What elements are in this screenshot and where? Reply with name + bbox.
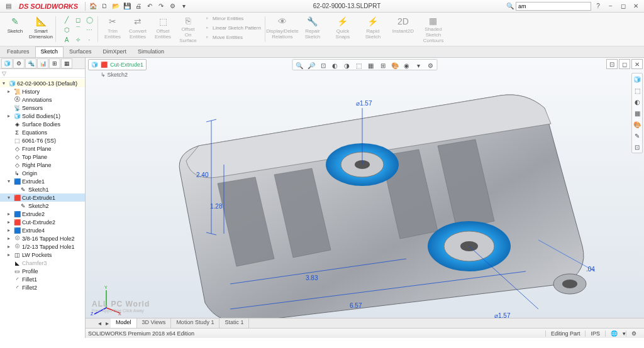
dropdown-icon[interactable]: ▾ (179, 2, 188, 11)
tree-item-fillet1[interactable]: ◜Fillet1 (0, 275, 85, 283)
draw-tool-2[interactable]: ◯ (84, 15, 94, 24)
view-tool-7[interactable]: ⊞ (377, 60, 389, 70)
close-icon[interactable]: ✕ (630, 2, 641, 11)
maximize-icon[interactable]: ◻ (618, 2, 629, 11)
ribbon-offset-button[interactable]: ⬚Offset Entities (150, 14, 175, 45)
draw-tool-5[interactable]: ⋯ (84, 25, 94, 34)
tree-tab-4[interactable]: ⊞ (49, 58, 60, 68)
ribbon-rapid-button[interactable]: ⚡Rapid Sketch (358, 14, 388, 45)
breadcrumb-feature[interactable]: Cut-Extrude1 (110, 62, 143, 68)
tree-item-sensors[interactable]: 📡Sensors (0, 104, 85, 112)
view-tool-11[interactable]: ⚙ (425, 60, 436, 70)
ribbon-display/delete-button[interactable]: 👁Display/Delete Relations (267, 14, 297, 45)
ribbon-offset-button[interactable]: ⎘Offset On Surface (175, 14, 201, 45)
tree-item-history[interactable]: ▸📜History (0, 87, 85, 95)
tree-item-sketch1[interactable]: ✎Sketch1 (0, 185, 85, 193)
dim-diameter-top[interactable]: ⌀1.57 (356, 100, 372, 107)
status-globe-icon[interactable]: 🌐 (605, 330, 623, 337)
ribbon-linear-sketch-pattern[interactable]: ▫Linear Sketch Pattern (201, 23, 263, 32)
sketch-button[interactable]: ✎ Sketch (3, 14, 28, 45)
task-pane-tab-3[interactable]: ▦ (632, 107, 642, 119)
dim-width-outer[interactable]: 6.57 (350, 302, 362, 309)
draw-tool-1[interactable]: ◻ (73, 15, 83, 24)
viewport-window-restore-icon[interactable]: ⊡ (606, 59, 618, 69)
view-tool-2[interactable]: ⊡ (318, 60, 329, 70)
search-icon[interactable]: 🔍 (506, 2, 514, 11)
tree-item-right-plane[interactable]: ◇Right Plane (0, 161, 85, 169)
view-tab-motion-study-1[interactable]: Motion Study 1 (171, 318, 219, 328)
view-tool-6[interactable]: ▦ (365, 60, 377, 70)
search-input[interactable] (516, 2, 591, 11)
tree-item-1-2-13-tapped-hole1[interactable]: ▸⦾1/2-13 Tapped Hole1 (0, 242, 85, 251)
tree-item-extrude2[interactable]: ▸🟦Extrude2 (0, 210, 85, 218)
tab-features[interactable]: Features (1, 46, 35, 57)
smart-dimension-button[interactable]: 📐 Smart Dimension (28, 14, 53, 45)
ribbon-instant2d-button[interactable]: 2DInstant2D (388, 14, 418, 45)
ribbon-quick-button[interactable]: ⚡Quick Snaps (328, 14, 358, 45)
task-pane-tab-2[interactable]: ◐ (632, 96, 642, 107)
tab-dimxpert[interactable]: DimXpert (97, 46, 133, 57)
dim-edge[interactable]: .04 (586, 266, 595, 273)
ribbon-convert-button[interactable]: ⇄Convert Entities (125, 14, 150, 45)
draw-tool-8[interactable]: · (84, 35, 94, 44)
tree-item-fillet2[interactable]: ◜Fillet2 (0, 283, 85, 291)
view-tool-0[interactable]: 🔍 (294, 60, 305, 70)
tree-item-origin[interactable]: ↳Origin (0, 169, 85, 177)
options-icon[interactable]: ⚙ (168, 2, 177, 11)
task-pane-tab-4[interactable]: 🎨 (632, 119, 642, 130)
open-icon[interactable]: 📂 (111, 2, 120, 11)
tree-root-item[interactable]: ▾🧊 62-02-9000-13 (Default) (0, 79, 85, 87)
tree-item-annotations[interactable]: ⒶAnnotations (0, 95, 85, 104)
part-model[interactable]: ⌀1.57 2.40 1.28 3.83 6.57 ⌀1.57 .04 (136, 83, 601, 322)
tab-surfaces[interactable]: Surfaces (64, 46, 97, 57)
tree-item-cut-extrude2[interactable]: ▸🟥Cut-Extrude2 (0, 218, 85, 226)
tree-tab-0[interactable]: 🧊 (1, 58, 13, 68)
breadcrumb[interactable]: 🧊 🟥 Cut-Extrude1 (88, 59, 147, 70)
tree-filter[interactable]: ▽ (0, 69, 85, 78)
task-pane-tab-1[interactable]: ⬚ (632, 85, 642, 96)
tree-item-extrude1[interactable]: ▾🟦Extrude1 (0, 177, 85, 185)
view-tab-3d-views[interactable]: 3D Views (137, 318, 172, 328)
tree-item-lw-pockets[interactable]: ▸◫LW Pockets (0, 251, 85, 259)
view-tab-next-icon[interactable]: ▸ (103, 318, 111, 329)
dim-height[interactable]: 2.40 (196, 171, 209, 178)
tree-item-sketch2[interactable]: ✎Sketch2 (0, 202, 85, 210)
ribbon-repair-button[interactable]: 🔧Repair Sketch (297, 14, 328, 45)
ribbon-shaded-button[interactable]: ▦Shaded Sketch Contours (418, 14, 448, 45)
tree-item-solid-bodies-1-[interactable]: ▸🧊Solid Bodies(1) (0, 112, 85, 120)
home-icon[interactable]: 🏠 (89, 2, 97, 11)
print-icon[interactable]: 🖨 (134, 2, 143, 11)
draw-tool-6[interactable]: A (62, 35, 72, 44)
viewport-window-close-icon[interactable]: ✕ (631, 59, 643, 69)
view-tab-prev-icon[interactable]: ◂ (96, 318, 103, 329)
view-tab-model[interactable]: Model (111, 318, 137, 328)
tree-item-cut-extrude1[interactable]: ▾🟥Cut-Extrude1 (0, 193, 85, 202)
breadcrumb-part-icon[interactable]: 🧊 (91, 62, 98, 68)
task-pane-tab-0[interactable]: 🧊 (632, 73, 642, 85)
status-units[interactable]: IPS (585, 330, 605, 337)
view-tool-10[interactable]: ▾ (413, 60, 425, 70)
tree-item-3-8-16-tapped-hole2[interactable]: ▸⦾3/8-16 Tapped Hole2 (0, 234, 85, 242)
status-gear-icon[interactable]: ⚙ (626, 330, 641, 337)
redo-icon[interactable]: ↷ (157, 2, 165, 11)
view-tool-3[interactable]: ◐ (330, 60, 341, 70)
tree-tab-1[interactable]: ⚙ (13, 58, 25, 68)
view-tool-4[interactable]: ◑ (341, 60, 353, 70)
draw-tool-4[interactable]: ⌒ (73, 25, 83, 34)
draw-tool-0[interactable]: ╱ (62, 15, 72, 24)
help-icon[interactable]: ? (592, 2, 604, 11)
tree-item-front-plane[interactable]: ◇Front Plane (0, 144, 85, 153)
menu-icon[interactable]: ▤ (4, 2, 13, 11)
tree-item-6061-t6-ss-[interactable]: ⬚6061-T6 (SS) (0, 136, 85, 144)
view-tool-5[interactable]: ⬚ (353, 60, 365, 70)
undo-icon[interactable]: ↶ (145, 2, 154, 11)
tree-item-equations[interactable]: ΣEquations (0, 128, 85, 136)
tree-item-extrude4[interactable]: ▸🟦Extrude4 (0, 226, 85, 234)
tree-tab-2[interactable]: 🔩 (25, 58, 36, 68)
draw-tool-3[interactable]: ⬡ (62, 25, 72, 34)
ribbon-move-entities[interactable]: ▫Move Entities (201, 33, 263, 41)
tree-tab-5[interactable]: ▦ (61, 58, 72, 68)
viewport-window-max-icon[interactable]: ◻ (619, 59, 630, 69)
minimize-icon[interactable]: − (605, 2, 616, 11)
view-tool-8[interactable]: 🎨 (389, 60, 401, 70)
